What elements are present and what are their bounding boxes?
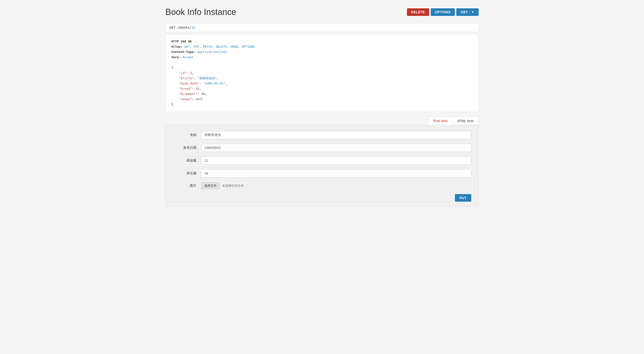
form-row-comment: 评论量 (173, 170, 471, 178)
name-input[interactable] (201, 131, 471, 139)
choose-file-button[interactable]: 选择文件 (201, 182, 220, 189)
response-box: HTTP 200 OK Allow: GET, PUT, PATCH, DELE… (166, 34, 478, 112)
url-bar: GET /books/1/ (166, 23, 478, 32)
json-close-brace: } (171, 102, 473, 107)
no-file-selected-text: 未选择任何文件 (222, 184, 244, 188)
response-allow-header: Allow: GET, PUT, PATCH, DELETE, HEAD, OP… (171, 44, 473, 49)
response-vary-header: Vary: Accept (171, 54, 473, 60)
json-image-row: "image": null (171, 96, 473, 102)
put-button[interactable]: PUT (455, 194, 472, 202)
comment-input[interactable] (201, 170, 471, 178)
json-btitle-row: "btitle": "射雕英雄传", (171, 76, 473, 81)
tab-html-form[interactable]: HTML form (452, 117, 478, 125)
url-path-id: 1 (192, 26, 194, 30)
date-input[interactable] (201, 144, 471, 152)
delete-button[interactable]: DELETE (407, 8, 429, 16)
response-content-type-header: Content-Type: application/json (171, 49, 473, 54)
json-open-brace: { (171, 65, 473, 70)
url-path-prefix: /books/ (178, 26, 192, 30)
get-button[interactable]: GET ▼ (456, 8, 478, 16)
response-status: HTTP 200 OK (171, 39, 473, 44)
image-label: 图片 (173, 184, 201, 188)
form-row-date: 发布日期 (173, 144, 471, 152)
read-input[interactable] (201, 156, 471, 165)
chevron-down-icon[interactable]: ▼ (469, 10, 474, 14)
form-row-read: 阅读量 (173, 156, 471, 165)
date-label: 发布日期 (173, 146, 201, 150)
tabs-row: Raw data HTML form (166, 117, 478, 125)
json-bread-row: "bread": 12, (171, 86, 473, 91)
file-input-row: 选择文件 未选择任何文件 (201, 182, 244, 189)
json-id-row: "id": 1, (171, 70, 473, 76)
page-title: Book Info Instance (166, 7, 236, 17)
header-buttons: DELETE OPTIONS GET ▼ (407, 8, 478, 16)
tab-raw-data[interactable]: Raw data (428, 117, 452, 125)
http-method: GET (170, 26, 175, 30)
json-bpub-date-row: "bpub_date": "1980-05-01", (171, 81, 473, 86)
form-footer: PUT (173, 194, 471, 202)
url-path-suffix: / (194, 26, 195, 30)
json-bcomment-row: "bcomment": 34, (171, 91, 473, 96)
form-row-name: 名称 (173, 131, 471, 139)
name-label: 名称 (173, 133, 201, 137)
get-label: GET (460, 10, 468, 14)
form-row-image: 图片 选择文件 未选择任何文件 (173, 182, 471, 189)
options-button[interactable]: OPTIONS (431, 8, 455, 16)
read-label: 阅读量 (173, 158, 201, 163)
form-panel: 名称 发布日期 阅读量 评论量 图片 选择文件 未选择任何文件 PUT (166, 125, 478, 207)
comment-label: 评论量 (173, 171, 201, 176)
